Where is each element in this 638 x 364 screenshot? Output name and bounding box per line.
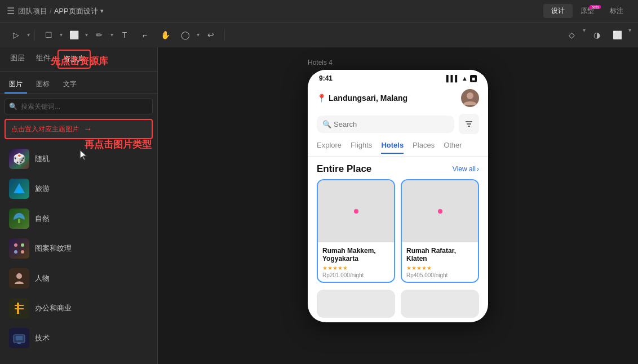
sidebar-tabs: 图层 组件 资源库 <box>0 47 157 72</box>
svg-point-6 <box>21 250 24 254</box>
phone-nav-hotels[interactable]: Hotels <box>381 141 404 154</box>
category-label-travel: 旅游 <box>35 184 50 194</box>
phone-nav-flights[interactable]: Flights <box>351 141 372 154</box>
path-tool-button[interactable]: ⌐ <box>136 27 154 43</box>
beta-badge: beta <box>590 5 601 9</box>
category-icon-travel <box>9 179 29 199</box>
phone-status-bar: 9:41 ▌▌▌ ▲ ■ <box>308 70 488 82</box>
svg-rect-9 <box>15 305 24 306</box>
select-tool-button[interactable]: ▷ <box>7 27 25 43</box>
export-tool-button[interactable]: ⬜ <box>608 27 626 43</box>
category-item-tech[interactable]: 技术 <box>2 323 155 353</box>
category-list: 🎲 随机 旅游 自然 <box>0 144 157 364</box>
svg-rect-2 <box>18 219 20 223</box>
rect-dropdown-icon[interactable]: ▾ <box>60 32 63 38</box>
svg-rect-10 <box>15 308 24 309</box>
mode-prototype-button[interactable]: 原型beta <box>573 4 602 18</box>
category-icon-pattern <box>9 238 29 259</box>
phone-nav-other[interactable]: Other <box>444 141 462 154</box>
search-input[interactable] <box>5 99 153 114</box>
mode-annotate-button[interactable]: 标注 <box>602 4 631 18</box>
hotel-card-1-info: Rumah Makkem, Yogyakarta ★★★★★ Rp201.000… <box>318 242 394 282</box>
hotel-card-4-partial[interactable] <box>401 290 479 318</box>
toolbar-sep2 <box>224 29 225 41</box>
resource-subtab-images[interactable]: 图片 <box>5 76 27 94</box>
frame-tool-button[interactable]: ⬜ <box>65 27 83 43</box>
hotel-card-2[interactable]: Rumah Rafatar, Klaten ★★★★★ Rp405.000/ni… <box>401 179 479 283</box>
replace-btn-label: 点击置入对应主题图片 <box>11 125 79 134</box>
breadcrumb-team[interactable]: 团队项目 <box>18 6 47 16</box>
battery-icon: ■ <box>470 75 477 82</box>
category-label-random: 随机 <box>35 154 50 164</box>
pen-tool-button[interactable]: ✏ <box>90 27 108 43</box>
text-tool-button[interactable]: T <box>116 27 134 43</box>
rectangle-tool-button[interactable]: ☐ <box>39 27 57 43</box>
location-row: 📍 Landungsari, Malang <box>317 94 407 103</box>
fill-dropdown-icon[interactable]: ▾ <box>583 27 586 43</box>
main-content: 图层 组件 资源库 先点击资源库 图片 图标 文字 🔍 点击置入对应主题图片 → <box>0 47 638 364</box>
category-icon-office <box>9 298 29 318</box>
category-item-random[interactable]: 🎲 随机 <box>2 144 155 174</box>
breadcrumb-sep1: / <box>50 7 52 15</box>
canvas-area[interactable]: Hotels 4 9:41 ▌▌▌ ▲ ■ 📍 Landungsari, Mal… <box>158 47 638 364</box>
phone-nav-places[interactable]: Places <box>413 141 435 154</box>
phone-container: Hotels 4 9:41 ▌▌▌ ▲ ■ 📍 Landungsari, Mal… <box>308 59 488 322</box>
svg-point-3 <box>14 243 17 247</box>
phone-search-wrapper: 🔍 <box>317 116 454 133</box>
circle-dropdown-icon[interactable]: ▾ <box>197 32 200 38</box>
hotel-cards-row2 <box>308 290 488 322</box>
phone-title-label: Hotels 4 <box>308 59 488 66</box>
mode-switcher: 设计 原型beta 标注 <box>543 4 631 18</box>
select-tool-dropdown-icon[interactable]: ▾ <box>27 32 30 38</box>
contrast-tool-button[interactable]: ◑ <box>588 27 606 43</box>
circle-tool-button[interactable]: ◯ <box>176 27 194 43</box>
svg-rect-13 <box>17 343 21 344</box>
phone-search-input[interactable] <box>317 116 454 133</box>
category-label-people: 人物 <box>35 273 50 283</box>
phone-time: 9:41 <box>319 74 333 82</box>
phone-frame: 9:41 ▌▌▌ ▲ ■ 📍 Landungsari, Malang <box>308 70 488 322</box>
view-all-text: View all <box>453 165 476 173</box>
wifi-icon: ▲ <box>462 75 468 82</box>
frame-dropdown-icon[interactable]: ▾ <box>85 32 88 38</box>
sidebar-tab-resources[interactable]: 资源库 <box>57 50 91 69</box>
hotel-card-1[interactable]: Rumah Makkem, Yogyakarta ★★★★★ Rp201.000… <box>317 179 395 283</box>
hotel-card-3-partial[interactable] <box>317 290 395 318</box>
user-avatar[interactable] <box>461 89 479 107</box>
hotel-1-name: Rumah Makkem, Yogyakarta <box>322 247 389 263</box>
view-all-link[interactable]: View all › <box>453 165 479 173</box>
pen-dropdown-icon[interactable]: ▾ <box>110 32 113 38</box>
category-item-pattern[interactable]: 图案和纹理 <box>2 234 155 263</box>
category-item-people[interactable]: 人物 <box>2 264 155 293</box>
category-item-office[interactable]: 办公和商业 <box>2 294 155 323</box>
category-item-travel[interactable]: 旅游 <box>2 174 155 203</box>
breadcrumb-current[interactable]: APP页面设计 <box>54 6 98 16</box>
hand-tool-button[interactable]: ✋ <box>156 27 174 43</box>
export-dropdown-icon[interactable]: ▾ <box>628 27 631 43</box>
sidebar-tab-layers[interactable]: 图层 <box>5 47 30 71</box>
resource-subtab-icons[interactable]: 图标 <box>32 76 54 94</box>
breadcrumb-dropdown-icon[interactable]: ▾ <box>100 7 104 15</box>
hotel-2-name: Rumah Rafatar, Klaten <box>406 247 473 263</box>
replace-insert-button[interactable]: 点击置入对应主题图片 → <box>5 119 153 139</box>
sidebar-tab-components[interactable]: 组件 <box>30 47 56 71</box>
mode-design-button[interactable]: 设计 <box>543 4 573 18</box>
category-item-nature[interactable]: 自然 <box>2 204 155 233</box>
arrow-tool-button[interactable]: ↩ <box>202 27 220 43</box>
menu-icon[interactable]: ☰ <box>7 6 15 16</box>
category-icon-random: 🎲 <box>9 149 29 169</box>
category-label-office: 办公和商业 <box>35 303 72 313</box>
category-icon-people <box>9 268 29 288</box>
svg-point-7 <box>16 273 22 279</box>
fill-tool-button[interactable]: ◇ <box>562 27 581 43</box>
phone-nav-explore[interactable]: Explore <box>317 141 342 154</box>
resource-subtabs: 图片 图标 文字 <box>0 72 157 94</box>
hotel-card-2-info: Rumah Rafatar, Klaten ★★★★★ Rp405.000/ni… <box>402 242 478 282</box>
signal-icon: ▌▌▌ <box>446 75 459 82</box>
toolbar: ▷ ▾ ☐ ▾ ⬜ ▾ ✏ ▾ T ⌐ ✋ ◯ ▾ ↩ ◇ ▾ ◑ ⬜ ▾ <box>0 23 638 47</box>
toolbar-right: ◇ ▾ ◑ ⬜ ▾ <box>562 27 631 43</box>
resource-subtab-text[interactable]: 文字 <box>59 76 81 94</box>
category-icon-tech <box>9 328 29 348</box>
filter-button[interactable] <box>459 114 479 134</box>
search-icon: 🔍 <box>9 103 17 110</box>
